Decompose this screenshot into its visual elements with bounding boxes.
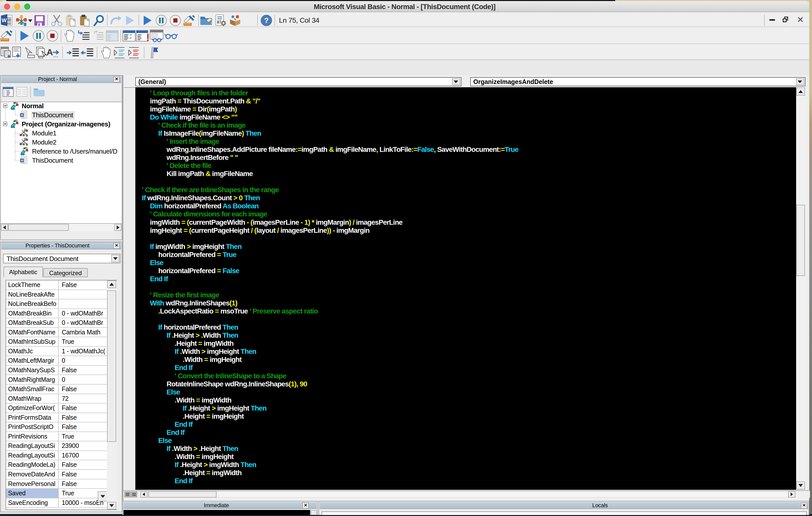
svg-text:W: W bbox=[21, 114, 23, 116]
svg-text:!: ! bbox=[146, 32, 150, 42]
svg-text:W: W bbox=[1, 18, 7, 24]
svg-text:A: A bbox=[47, 47, 53, 57]
svg-text:W: W bbox=[21, 159, 23, 162]
svg-text:?: ? bbox=[264, 16, 269, 24]
